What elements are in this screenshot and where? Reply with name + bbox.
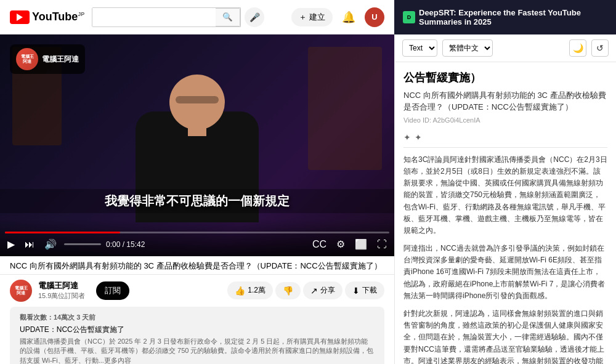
search-button[interactable]: 🔍 — [216, 8, 240, 26]
paragraph-1: 知名3C評論員阿達針對國家通訊傳播委員會（NCC）在2月3日頒布，並於2月5日（… — [403, 154, 607, 237]
share-button[interactable]: ↗ 分享 — [303, 281, 342, 299]
download-icon: ⬇ — [352, 286, 360, 296]
theater-button[interactable]: ⬜ — [352, 237, 370, 251]
paragraph-3: 針對此次新規，阿達認為，這同樣會無線射頻裝置的進口與銷售管窗制的角度，雖然這政策… — [403, 308, 607, 364]
search-input[interactable]: 電腦王阿達 — [92, 8, 216, 26]
video-description[interactable]: 觀看次數：14萬次 3 天前 UPDATE：NCC公告暫緩實施了 國家通訊傳播委… — [10, 307, 384, 364]
youtube-wordmark: YouTubeJP — [32, 10, 84, 23]
ai-icon-row: ✦ ✦ — [403, 132, 607, 142]
plus-icon: ＋ — [299, 12, 307, 23]
moon-icon: 🌙 — [573, 43, 583, 53]
language-select[interactable]: 繁體中文 — [442, 39, 493, 57]
fullscreen-button[interactable]: ⛶ — [375, 237, 389, 251]
sparkle-icon-2: ✦ — [415, 132, 422, 142]
user-avatar[interactable]: U — [365, 7, 384, 27]
description-line1: UPDATE：NCC公告暫緩實施了 — [20, 325, 375, 335]
share-icon: ↗ — [310, 286, 318, 296]
video-title: NCC 向所有國外網購具有射頻功能的 3C 產品酌收檢驗費是否合理？（UPDAT… — [10, 261, 384, 272]
summary-subtitle: NCC 向所有國外網購具有射頻功能的 3C 產品酌收檢驗費是否合理？（UPDAT… — [403, 90, 607, 112]
sparkle-icon: ✦ — [403, 132, 411, 142]
voice-search-button[interactable]: 🎤 — [245, 7, 264, 27]
youtube-logo[interactable]: YouTubeJP — [10, 10, 84, 24]
youtube-icon — [10, 10, 30, 24]
subscribe-button[interactable]: 訂閱 — [96, 281, 129, 300]
deepsrt-panel: Text 繁體中文 🌙 ↺ 公告暫緩實施） NCC 向所有國外網購具有射頻功能的… — [394, 34, 616, 364]
channel-badge-avatar: 電腦王阿達 — [16, 48, 38, 70]
channel-name-section: 電腦王阿達 15.9萬位訂閱者 — [38, 280, 85, 301]
description-line2: 國家通訊傳播委員會（NCC）於 2025 年 2 月 3 日發布新行政命令，規定… — [20, 337, 375, 364]
subtitles-button[interactable]: CC — [310, 237, 329, 251]
settings-button[interactable]: ⚙ — [334, 237, 347, 251]
search-bar: 電腦王阿達 🔍 — [92, 7, 241, 27]
dark-mode-button[interactable]: 🌙 — [569, 39, 586, 57]
deepsrt-header: D DeepSRT: Experience the Fastest YouTub… — [394, 0, 616, 34]
summary-main-title: 公告暫緩實施） — [403, 71, 607, 85]
create-button[interactable]: ＋ 建立 — [291, 8, 333, 26]
refresh-icon: ↺ — [596, 43, 604, 53]
header-right-actions: ＋ 建立 🔔 U — [291, 7, 384, 27]
volume-button[interactable]: 🔊 — [42, 237, 59, 251]
progress-bar[interactable] — [5, 232, 389, 233]
video-id: Video ID: A2bG0i4LcenIA — [403, 116, 607, 124]
channel-name[interactable]: 電腦王阿達 — [38, 280, 85, 291]
progress-fill — [5, 232, 120, 233]
deepsrt-logo-icon: D — [403, 11, 415, 23]
deepsrt-toolbar: Text 繁體中文 🌙 ↺ — [395, 34, 616, 62]
channel-badge-overlay: 電腦王阿達 電腦王阿達 — [10, 44, 85, 74]
content-divider — [403, 147, 607, 148]
channel-info-row: 電腦王阿達 電腦王阿達 15.9萬位訂閱者 訂閱 👍 1.2萬 👎 — [0, 275, 394, 307]
deepsrt-header-title: DeepSRT: Experience the Fastest YouTube … — [419, 8, 607, 26]
download-button[interactable]: ⬇ 下載 — [345, 281, 384, 299]
channel-avatar[interactable]: 電腦王阿達 — [10, 280, 32, 302]
channel-badge-name: 電腦王阿達 — [42, 54, 79, 65]
youtube-side: 電腦王阿達 電腦王阿達 我覺得非常不可思議的一個新規定 ▶ ⏭ 🔊 — [0, 34, 394, 364]
action-buttons: 👍 1.2萬 👎 ↗ 分享 ⬇ 下載 — [227, 281, 384, 299]
like-button[interactable]: 👍 1.2萬 — [227, 281, 273, 299]
volume-bar[interactable] — [64, 243, 101, 245]
bell-icon: 🔔 — [342, 10, 355, 24]
notifications-button[interactable]: 🔔 — [339, 7, 359, 27]
deepsrt-content[interactable]: 公告暫緩實施） NCC 向所有國外網購具有射頻功能的 3C 產品酌收檢驗費是否合… — [395, 62, 616, 364]
search-icon: 🔍 — [222, 12, 233, 22]
next-button[interactable]: ⏭ — [22, 238, 37, 251]
video-controls: ▶ ⏭ 🔊 0:00 / 15:42 CC ⚙ ⬜ ⛶ — [0, 219, 394, 256]
refresh-button[interactable]: ↺ — [591, 39, 609, 57]
paragraph-2: 阿達指出，NCC過去就曾為許多引發爭議的決策，例如封鎖在台灣投資深多量劇的愛奇藝… — [403, 243, 607, 302]
play-pause-button[interactable]: ▶ — [5, 237, 17, 251]
video-subtitle: 我覺得非常不可思議的一個新規定 — [0, 189, 394, 213]
view-count-date: 觀看次數：14萬次 3 天前 — [20, 313, 375, 322]
microphone-icon: 🎤 — [249, 12, 260, 22]
video-title-bar: NCC 向所有國外網購具有射頻功能的 3C 產品酌收檢驗費是否合理？（UPDAT… — [0, 256, 394, 275]
dislike-button[interactable]: 👎 — [275, 282, 301, 299]
video-player[interactable]: 電腦王阿達 電腦王阿達 我覺得非常不可思議的一個新規定 ▶ ⏭ 🔊 — [0, 34, 394, 256]
thumbs-up-icon: 👍 — [235, 286, 245, 296]
summary-body: 知名3C評論員阿達針對國家通訊傳播委員會（NCC）在2月3日頒布，並於2月5日（… — [403, 154, 607, 364]
deepsrt-logo: D — [403, 11, 415, 23]
content-type-select[interactable]: Text — [402, 39, 437, 57]
channel-subscribers: 15.9萬位訂閱者 — [38, 291, 85, 301]
thumbs-down-icon: 👎 — [283, 286, 293, 296]
time-display: 0:00 / 15:42 — [106, 240, 145, 249]
youtube-header: YouTubeJP 電腦王阿達 🔍 🎤 ＋ 建立 — [0, 0, 394, 34]
